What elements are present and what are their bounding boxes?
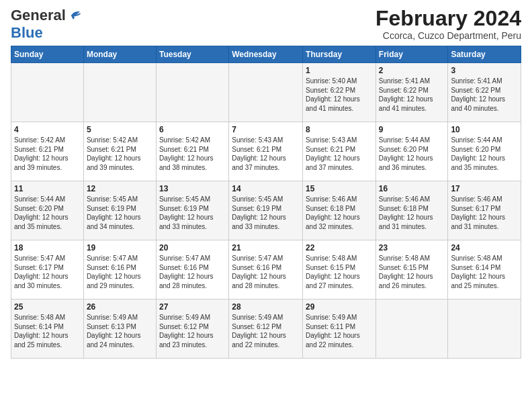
day-detail: Sunrise: 5:41 AM Sunset: 6:22 PM Dayligh… [379, 77, 433, 112]
calendar-day-cell: 1Sunrise: 5:40 AM Sunset: 6:22 PM Daylig… [303, 63, 376, 122]
calendar-day-cell: 26Sunrise: 5:49 AM Sunset: 6:13 PM Dayli… [83, 300, 156, 359]
calendar-day-cell: 13Sunrise: 5:45 AM Sunset: 6:19 PM Dayli… [156, 181, 228, 240]
calendar-day-cell: 25Sunrise: 5:48 AM Sunset: 6:14 PM Dayli… [11, 300, 84, 359]
weekday-header: Tuesday [156, 46, 228, 63]
day-number: 16 [379, 184, 445, 193]
page: General Blue February 2024 Ccorca, Cuzco… [0, 0, 532, 365]
calendar-week-row: 11Sunrise: 5:44 AM Sunset: 6:20 PM Dayli… [11, 181, 521, 240]
calendar-day-cell: 4Sunrise: 5:42 AM Sunset: 6:21 PM Daylig… [11, 122, 84, 181]
day-detail: Sunrise: 5:49 AM Sunset: 6:13 PM Dayligh… [87, 314, 141, 349]
day-detail: Sunrise: 5:45 AM Sunset: 6:19 PM Dayligh… [232, 195, 286, 230]
day-detail: Sunrise: 5:44 AM Sunset: 6:20 PM Dayligh… [379, 136, 433, 171]
calendar-day-cell: 6Sunrise: 5:42 AM Sunset: 6:21 PM Daylig… [156, 122, 228, 181]
calendar-day-cell: 28Sunrise: 5:49 AM Sunset: 6:12 PM Dayli… [229, 300, 303, 359]
calendar-day-cell: 15Sunrise: 5:46 AM Sunset: 6:18 PM Dayli… [303, 181, 376, 240]
calendar-day-cell [448, 300, 521, 359]
day-detail: Sunrise: 5:49 AM Sunset: 6:11 PM Dayligh… [306, 314, 360, 349]
calendar-day-cell: 17Sunrise: 5:46 AM Sunset: 6:17 PM Dayli… [448, 181, 521, 240]
calendar-header-row: SundayMondayTuesdayWednesdayThursdayFrid… [11, 46, 521, 63]
calendar-day-cell: 2Sunrise: 5:41 AM Sunset: 6:22 PM Daylig… [375, 63, 448, 122]
calendar-title: February 2024 [375, 7, 521, 30]
calendar-day-cell: 9Sunrise: 5:44 AM Sunset: 6:20 PM Daylig… [375, 122, 448, 181]
logo: General Blue [11, 7, 82, 42]
calendar-day-cell: 27Sunrise: 5:49 AM Sunset: 6:12 PM Dayli… [156, 300, 228, 359]
day-detail: Sunrise: 5:48 AM Sunset: 6:15 PM Dayligh… [306, 255, 360, 289]
calendar-day-cell: 3Sunrise: 5:41 AM Sunset: 6:22 PM Daylig… [448, 63, 521, 122]
day-number: 28 [232, 302, 300, 312]
day-number: 18 [14, 243, 81, 253]
day-number: 10 [451, 125, 518, 134]
calendar-day-cell: 22Sunrise: 5:48 AM Sunset: 6:15 PM Dayli… [303, 240, 376, 300]
calendar-day-cell: 7Sunrise: 5:43 AM Sunset: 6:21 PM Daylig… [229, 122, 303, 181]
day-number: 9 [379, 125, 445, 134]
day-number: 13 [159, 184, 226, 193]
day-detail: Sunrise: 5:46 AM Sunset: 6:18 PM Dayligh… [379, 195, 433, 230]
day-detail: Sunrise: 5:42 AM Sunset: 6:21 PM Dayligh… [14, 136, 69, 171]
day-number: 7 [232, 125, 300, 134]
day-detail: Sunrise: 5:49 AM Sunset: 6:12 PM Dayligh… [232, 314, 286, 349]
day-detail: Sunrise: 5:43 AM Sunset: 6:21 PM Dayligh… [232, 136, 286, 171]
logo-general-text: General [11, 7, 66, 24]
day-number: 22 [306, 243, 373, 253]
day-detail: Sunrise: 5:40 AM Sunset: 6:22 PM Dayligh… [306, 77, 360, 112]
day-detail: Sunrise: 5:43 AM Sunset: 6:21 PM Dayligh… [306, 136, 360, 171]
logo-bird-icon [67, 8, 82, 23]
day-detail: Sunrise: 5:41 AM Sunset: 6:22 PM Dayligh… [451, 77, 505, 112]
day-number: 29 [306, 302, 373, 312]
day-detail: Sunrise: 5:44 AM Sunset: 6:20 PM Dayligh… [451, 136, 505, 171]
header: General Blue February 2024 Ccorca, Cuzco… [11, 7, 521, 42]
calendar-day-cell: 8Sunrise: 5:43 AM Sunset: 6:21 PM Daylig… [303, 122, 376, 181]
day-detail: Sunrise: 5:46 AM Sunset: 6:18 PM Dayligh… [306, 195, 360, 230]
day-number: 2 [379, 66, 445, 75]
logo-blue-text: Blue [11, 24, 43, 42]
day-number: 5 [87, 125, 153, 134]
calendar-week-row: 4Sunrise: 5:42 AM Sunset: 6:21 PM Daylig… [11, 122, 521, 181]
day-number: 6 [159, 125, 226, 134]
calendar-day-cell [375, 300, 448, 359]
day-detail: Sunrise: 5:42 AM Sunset: 6:21 PM Dayligh… [159, 136, 214, 171]
day-number: 19 [87, 243, 153, 253]
day-number: 8 [306, 125, 373, 134]
calendar-day-cell: 23Sunrise: 5:48 AM Sunset: 6:15 PM Dayli… [375, 240, 448, 300]
calendar-day-cell [83, 63, 156, 122]
calendar-day-cell: 20Sunrise: 5:47 AM Sunset: 6:16 PM Dayli… [156, 240, 228, 300]
calendar-table: SundayMondayTuesdayWednesdayThursdayFrid… [11, 46, 521, 359]
calendar-subtitle: Ccorca, Cuzco Department, Peru [375, 30, 521, 41]
day-number: 17 [451, 184, 518, 193]
day-number: 23 [379, 243, 445, 253]
day-detail: Sunrise: 5:47 AM Sunset: 6:16 PM Dayligh… [159, 255, 214, 289]
day-number: 24 [451, 243, 518, 253]
day-number: 27 [159, 302, 226, 312]
calendar-day-cell: 5Sunrise: 5:42 AM Sunset: 6:21 PM Daylig… [83, 122, 156, 181]
calendar-day-cell: 24Sunrise: 5:48 AM Sunset: 6:14 PM Dayli… [448, 240, 521, 300]
calendar-week-row: 25Sunrise: 5:48 AM Sunset: 6:14 PM Dayli… [11, 300, 521, 359]
calendar-week-row: 1Sunrise: 5:40 AM Sunset: 6:22 PM Daylig… [11, 63, 521, 122]
weekday-header: Saturday [448, 46, 521, 63]
calendar-day-cell: 21Sunrise: 5:47 AM Sunset: 6:16 PM Dayli… [229, 240, 303, 300]
day-detail: Sunrise: 5:45 AM Sunset: 6:19 PM Dayligh… [87, 195, 141, 230]
day-number: 21 [232, 243, 300, 253]
weekday-header: Wednesday [229, 46, 303, 63]
day-number: 14 [232, 184, 300, 193]
calendar-week-row: 18Sunrise: 5:47 AM Sunset: 6:17 PM Dayli… [11, 240, 521, 300]
day-detail: Sunrise: 5:45 AM Sunset: 6:19 PM Dayligh… [159, 195, 214, 230]
day-number: 20 [159, 243, 226, 253]
day-number: 25 [14, 302, 81, 312]
day-detail: Sunrise: 5:47 AM Sunset: 6:17 PM Dayligh… [14, 255, 69, 289]
calendar-day-cell: 12Sunrise: 5:45 AM Sunset: 6:19 PM Dayli… [83, 181, 156, 240]
calendar-day-cell: 16Sunrise: 5:46 AM Sunset: 6:18 PM Dayli… [375, 181, 448, 240]
calendar-day-cell [11, 63, 84, 122]
day-number: 15 [306, 184, 373, 193]
weekday-header: Friday [375, 46, 448, 63]
day-number: 4 [14, 125, 81, 134]
day-detail: Sunrise: 5:48 AM Sunset: 6:14 PM Dayligh… [451, 255, 505, 289]
day-number: 26 [87, 302, 153, 312]
title-section: February 2024 Ccorca, Cuzco Department, … [375, 7, 521, 41]
day-detail: Sunrise: 5:47 AM Sunset: 6:16 PM Dayligh… [87, 255, 141, 289]
calendar-day-cell: 10Sunrise: 5:44 AM Sunset: 6:20 PM Dayli… [448, 122, 521, 181]
calendar-day-cell: 14Sunrise: 5:45 AM Sunset: 6:19 PM Dayli… [229, 181, 303, 240]
day-number: 11 [14, 184, 81, 193]
weekday-header: Sunday [11, 46, 84, 63]
day-detail: Sunrise: 5:46 AM Sunset: 6:17 PM Dayligh… [451, 195, 505, 230]
day-detail: Sunrise: 5:44 AM Sunset: 6:20 PM Dayligh… [14, 195, 69, 230]
